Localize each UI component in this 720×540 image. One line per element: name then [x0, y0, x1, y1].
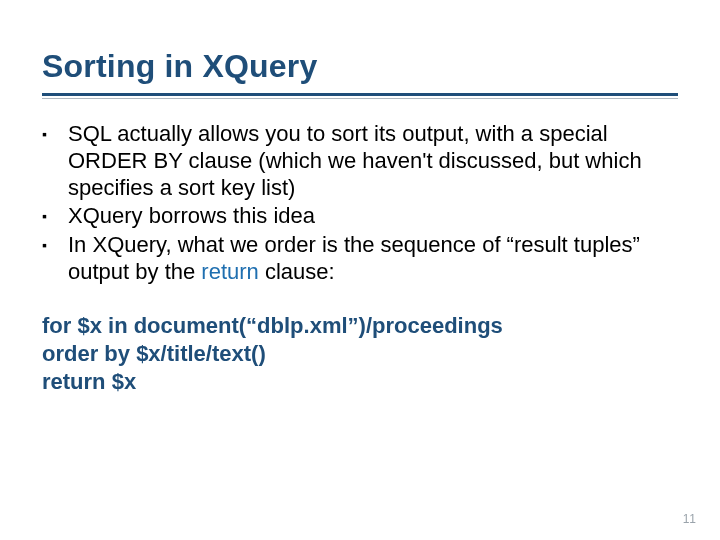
bullet-list: ▪ SQL actually allows you to sort its ou…: [42, 121, 678, 286]
bullet-text-pre: SQL actually allows you to sort its outp…: [68, 121, 642, 200]
bullet-marker-icon: ▪: [42, 232, 68, 286]
list-item: ▪ XQuery borrows this idea: [42, 203, 678, 230]
bullet-keyword: return: [201, 259, 258, 284]
bullet-text-post: clause:: [259, 259, 335, 284]
title-underline-thin: [42, 98, 678, 99]
list-item: ▪ In XQuery, what we order is the sequen…: [42, 232, 678, 286]
page-number: 11: [683, 512, 696, 526]
code-line: order by $x/title/text(): [42, 340, 678, 368]
bullet-text-pre: XQuery borrows this idea: [68, 203, 315, 228]
slide-title: Sorting in XQuery: [42, 48, 678, 91]
code-block: for $x in document(“dblp.xml”)/proceedin…: [42, 312, 678, 396]
list-item: ▪ SQL actually allows you to sort its ou…: [42, 121, 678, 201]
bullet-text-pre: In XQuery, what we order is the sequence…: [68, 232, 640, 284]
bullet-marker-icon: ▪: [42, 203, 68, 230]
code-line: return $x: [42, 368, 678, 396]
title-underline: [42, 93, 678, 96]
bullet-marker-icon: ▪: [42, 121, 68, 201]
code-line: for $x in document(“dblp.xml”)/proceedin…: [42, 312, 678, 340]
slide: Sorting in XQuery ▪ SQL actually allows …: [0, 0, 720, 540]
bullet-text: XQuery borrows this idea: [68, 203, 678, 230]
bullet-text: SQL actually allows you to sort its outp…: [68, 121, 678, 201]
bullet-text: In XQuery, what we order is the sequence…: [68, 232, 678, 286]
